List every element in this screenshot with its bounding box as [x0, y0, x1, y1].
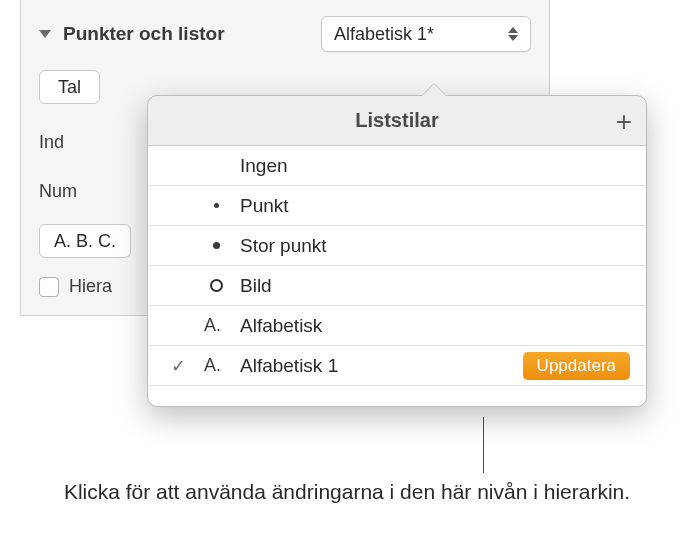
tal-label: Tal — [58, 77, 81, 98]
checkmark-icon: ✓ — [171, 355, 186, 377]
update-button[interactable]: Uppdatera — [523, 352, 630, 380]
style-name: Punkt — [240, 195, 630, 217]
style-name: Ingen — [240, 155, 630, 177]
image-bullet-icon — [204, 279, 228, 292]
style-list: Ingen Punkt Stor punkt Bild A. Alfabetis… — [148, 146, 646, 406]
list-item[interactable] — [148, 386, 646, 406]
list-item[interactable]: Punkt — [148, 186, 646, 226]
list-style-popup[interactable]: Alfabetisk 1* — [321, 16, 531, 52]
style-name: Alfabetisk 1 — [240, 355, 511, 377]
list-style-value: Alfabetisk 1* — [334, 24, 496, 45]
num-label: Num — [39, 181, 77, 201]
section-title: Punkter och listor — [63, 23, 311, 45]
alpha-prefix: A. — [204, 355, 228, 376]
popover-arrow-icon — [422, 84, 446, 96]
style-name: Bild — [240, 275, 630, 297]
list-item[interactable]: Stor punkt — [148, 226, 646, 266]
callout-leader-line — [483, 417, 484, 473]
number-format-popup[interactable]: A. B. C. — [39, 224, 131, 258]
bullet-icon — [204, 203, 228, 208]
popover-title: Liststilar — [355, 109, 438, 132]
list-item[interactable]: ✓ A. Alfabetisk 1 Uppdatera — [148, 346, 646, 386]
callout-text: Klicka för att använda ändringarna i den… — [0, 478, 694, 506]
check-column: ✓ — [164, 355, 192, 377]
list-styles-popover: Liststilar + Ingen Punkt Stor punkt Bild… — [147, 95, 647, 407]
hierarchy-checkbox[interactable] — [39, 277, 59, 297]
style-name: Stor punkt — [240, 235, 630, 257]
bullet-icon — [204, 242, 228, 249]
alpha-prefix: A. — [204, 315, 228, 336]
style-name: Alfabetisk — [240, 315, 630, 337]
ind-label: Ind — [39, 132, 64, 152]
tal-popup[interactable]: Tal — [39, 70, 100, 104]
list-item[interactable]: Ingen — [148, 146, 646, 186]
list-item[interactable]: Bild — [148, 266, 646, 306]
popover-header: Liststilar + — [148, 96, 646, 146]
number-format-value: A. B. C. — [54, 231, 116, 252]
add-style-button[interactable]: + — [616, 108, 632, 136]
bullets-lists-header: Punkter och listor Alfabetisk 1* — [21, 0, 549, 64]
disclosure-triangle-icon[interactable] — [39, 30, 51, 38]
list-item[interactable]: A. Alfabetisk — [148, 306, 646, 346]
chevron-updown-icon — [508, 27, 518, 41]
hierarchy-label: Hiera — [69, 276, 112, 297]
